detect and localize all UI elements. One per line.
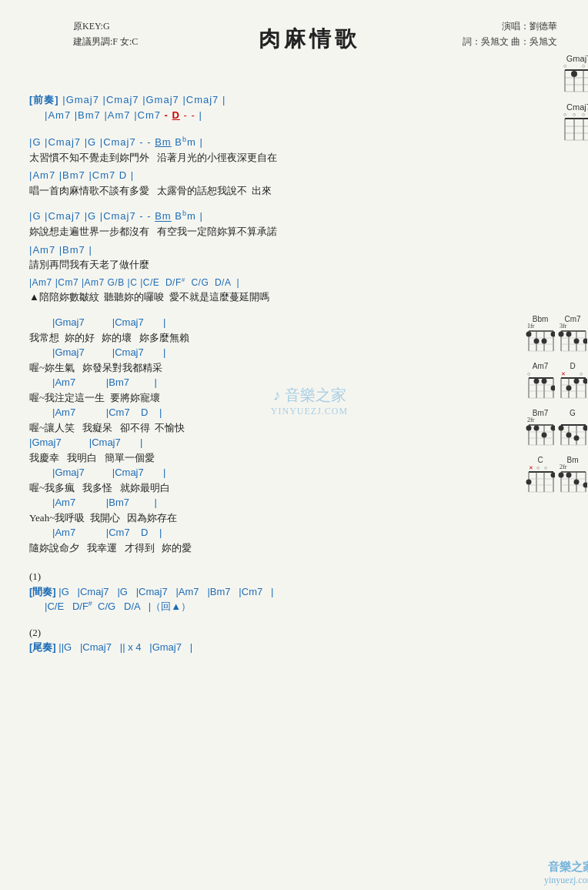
intro-label: [前奏] <box>29 94 59 105</box>
chord-diagram-c: C ○ ○ ✕ <box>526 456 555 497</box>
chord-svg-g <box>558 417 587 447</box>
chord-svg-bm: 2fr <box>558 464 587 494</box>
svg-point-123 <box>566 473 572 478</box>
bm7-name: Bm7 <box>526 409 555 417</box>
bbm-name: Bbm <box>526 315 555 323</box>
svg-text:3fr: 3fr <box>560 323 567 330</box>
svg-point-87 <box>551 426 556 431</box>
bottom-url: yinyuezj.com <box>544 875 588 886</box>
chorus-chord-diagrams: Bbm 1fr <box>518 315 587 503</box>
chord-diagram-d: D ○ ✕ <box>558 362 587 403</box>
chorus-line7-lyric: Yeah~我呼吸 我開心 因為妳存在 <box>29 510 545 526</box>
bm-name: Bm <box>558 456 587 464</box>
chorus-section: Bbm 1fr <box>29 315 545 555</box>
am7-name: Am7 <box>526 362 555 370</box>
svg-text:○: ○ <box>536 465 540 471</box>
verse1-lyric1: 太習慣不知不覺走到妳門外 沿著月光的小徑夜深更自在 <box>29 150 545 166</box>
chord-svg-d: ○ ✕ <box>558 370 587 400</box>
intro-chords-1: |Gmaj7 |Cmaj7 |Gmaj7 |Cmaj7 | <box>62 94 226 105</box>
intro-chord-line2: |Am7 |Bm7 |Am7 |Cm7 - D - - | <box>29 108 545 123</box>
svg-point-96 <box>559 426 564 431</box>
key-info: 原KEY:G 建議男調:F 女:C <box>73 18 138 50</box>
chorus-line1-lyric: 我常想 妳的好 妳的壞 妳多麼無賴 <box>29 330 545 346</box>
chorus-line8-chord: |Am7 |Cm7 D | <box>29 525 545 540</box>
top-chord-diagrams: Gmaj7 ○ ○ Cmaj7 <box>562 54 588 145</box>
svg-text:○: ○ <box>573 112 576 118</box>
svg-point-34 <box>534 339 540 344</box>
chord-svg-am7: ○ <box>526 370 555 400</box>
outro-chords: [尾奏] ||G |Cmaj7 || x 4 |Gmaj7 | <box>29 640 545 655</box>
chord-diagram-cm7: Cm7 3fr <box>558 315 587 356</box>
song-title: 肉麻情歌 <box>259 27 360 51</box>
chord-diagram-bbm: Bbm 1fr <box>526 315 555 356</box>
chord-svg-gmaj7: ○ ○ <box>562 64 588 93</box>
svg-point-85 <box>534 426 540 431</box>
svg-text:2fr: 2fr <box>527 417 535 423</box>
chorus-line4-lyric: 喔~讓人笑 我癡呆 卻不得 不愉快 <box>29 420 545 436</box>
svg-point-125 <box>583 483 588 488</box>
svg-point-60 <box>542 379 547 384</box>
svg-text:1fr: 1fr <box>527 323 535 330</box>
chord-diagram-cmaj7: Cmaj7 ○ ○ ○ <box>562 102 588 145</box>
intro-section: [前奏] |Gmaj7 |Cmaj7 |Gmaj7 |Cmaj7 | |Am7 … <box>29 92 545 122</box>
lyrics-credits: 詞：吳旭文 曲：吳旭文 <box>463 34 557 49</box>
svg-point-33 <box>526 332 532 337</box>
interlude-chords2: |C/E D/F# C/G D/A |（回▲） <box>29 599 545 614</box>
verse1-chord1: |G |Cmaj7 |G |Cmaj7 - - Bm Bbm | <box>29 135 545 150</box>
svg-point-122 <box>559 473 564 478</box>
svg-text:○: ○ <box>582 112 585 118</box>
verse1-chord2: |Am7 |Bm7 |Cm7 D | <box>29 168 545 183</box>
svg-point-73 <box>574 379 580 384</box>
chord-diagram-bm7: Bm7 2fr <box>526 409 555 450</box>
svg-text:○: ○ <box>563 64 566 69</box>
svg-point-59 <box>534 379 540 384</box>
chord-diagram-gmaj7: Gmaj7 ○ ○ <box>562 54 588 96</box>
outro-number: (2) <box>29 625 545 641</box>
interlude-section: (1) [間奏] |G |Cmaj7 |G |Cmaj7 |Am7 |Bm7 |… <box>29 569 545 614</box>
svg-point-124 <box>574 480 580 485</box>
verse1-lyric2: 唱一首肉麻情歌不談有多愛 太露骨的話恕我說不 出來 <box>29 183 545 199</box>
svg-text:2fr: 2fr <box>560 464 567 470</box>
verse2-lyric1: 妳說想走遍世界一步都沒有 有空我一定陪妳算不算承諾 <box>29 224 545 239</box>
chorus-line5-chord: |Gmaj7 |Cmaj7 | <box>29 435 545 450</box>
chord-name-cmaj7: Cmaj7 <box>562 102 588 112</box>
chord-svg-c: ○ ○ ✕ <box>526 464 555 494</box>
svg-point-46 <box>559 332 564 337</box>
svg-point-8 <box>571 71 577 77</box>
chorus-line6-lyric: 喔~我多瘋 我多怪 就妳最明白 <box>29 480 545 496</box>
original-key: 原KEY:G <box>73 18 138 34</box>
bottom-watermark: 音樂之家 yinyuezj.com <box>544 860 588 886</box>
svg-point-36 <box>551 332 556 337</box>
svg-point-74 <box>583 379 588 384</box>
c-name: C <box>526 456 555 464</box>
chord-svg-cmaj7: ○ ○ ○ <box>562 112 588 142</box>
chorus-line8-lyric: 隨妳說命夕 我幸運 才得到 妳的愛 <box>29 540 545 556</box>
chord-diagram-am7: Am7 ○ <box>526 362 555 403</box>
verse2-section: |G |Cmaj7 |G |Cmaj7 - - Bm Bbm | 妳說想走遍世界… <box>29 209 545 304</box>
chorus-line2-chord: |Gmaj7 |Cmaj7 | <box>29 345 545 360</box>
verse2-chord2: |Am7 |Bm7 | <box>29 243 545 258</box>
cm7-name: Cm7 <box>558 315 587 323</box>
svg-point-47 <box>566 332 572 337</box>
intro-chord-line1: [前奏] |Gmaj7 |Cmaj7 |Gmaj7 |Cmaj7 | <box>29 92 545 108</box>
interlude-chords1: [間奏] |G |Cmaj7 |G |Cmaj7 |Am7 |Bm7 |Cm7 … <box>29 584 545 600</box>
svg-point-97 <box>566 433 572 438</box>
chord-name-gmaj7: Gmaj7 <box>562 54 588 63</box>
svg-text:✕: ✕ <box>529 465 533 471</box>
svg-point-61 <box>551 386 556 391</box>
chord-svg-bbm: 1fr <box>526 323 555 353</box>
verse1-section: |G |Cmaj7 |G |Cmaj7 - - Bm Bbm | 太習慣不知不覺… <box>29 135 545 198</box>
svg-point-48 <box>574 339 580 344</box>
chord-diagram-bm: Bm 2fr <box>558 456 587 497</box>
svg-text:○: ○ <box>582 64 585 69</box>
chord-svg-cm7: 3fr <box>558 323 587 353</box>
svg-point-99 <box>574 436 580 441</box>
svg-point-112 <box>551 473 556 478</box>
verse2-lyric2: 請別再問我有天老了做什麼 <box>29 257 545 273</box>
svg-point-49 <box>583 339 588 344</box>
chorus-line4-chord: |Am7 |Cm7 D | <box>29 405 545 420</box>
chorus-line3-lyric: 喔~我注定這一生 要將妳寵壞 <box>29 390 545 406</box>
chord-svg-bm7: 2fr <box>526 417 555 447</box>
svg-point-86 <box>542 433 547 438</box>
svg-text:○: ○ <box>580 371 583 377</box>
